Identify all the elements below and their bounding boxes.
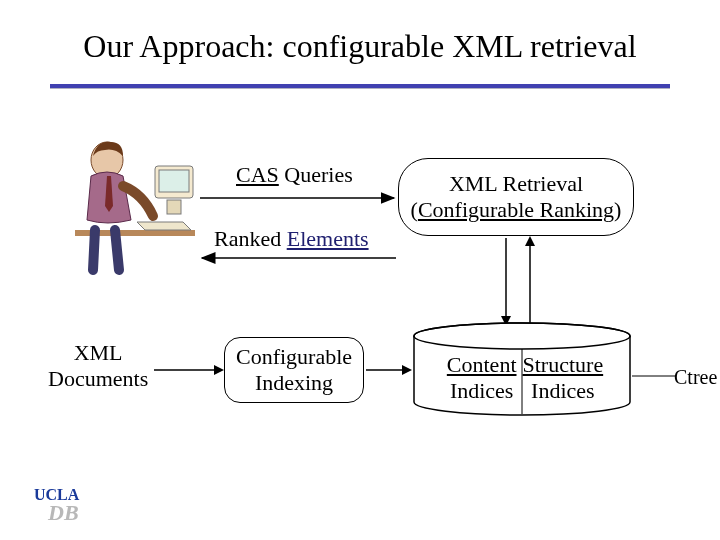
indexing-line1: Configurable [225, 344, 363, 370]
svg-rect-3 [159, 170, 189, 192]
arrow-retrieval-to-db-down [498, 236, 514, 326]
paren-close: ) [614, 197, 621, 222]
xml-docs-line2: Documents [48, 366, 148, 392]
xml-docs-line1: XML [48, 340, 148, 366]
xml-retrieval-box: XML Retrieval (Configurable Ranking) [398, 158, 634, 236]
svg-rect-4 [167, 200, 181, 214]
indices-word-right: Indices [531, 378, 595, 403]
ranked-elements-label: Ranked Elements [214, 226, 369, 252]
arrow-retrieval-to-ranked [198, 252, 398, 264]
arrow-docs-to-indexing [152, 364, 224, 376]
logo-db-text: DB [47, 500, 79, 524]
arrow-db-to-retrieval-up [522, 236, 538, 326]
database-contents: Content Indices Structure Indices [420, 352, 630, 404]
arrow-queries-to-retrieval [198, 192, 398, 204]
ucla-db-logo-icon: UCLA DB [34, 484, 104, 524]
retrieval-line2: (Configurable Ranking) [399, 197, 633, 223]
page-title: Our Approach: configurable XML retrieval [0, 28, 720, 65]
retrieval-line1: XML Retrieval [399, 171, 633, 197]
elements-word: Elements [287, 226, 369, 251]
content-indices-label: Content Indices [447, 352, 517, 404]
paren-open: ( [411, 197, 418, 222]
indices-word-left: Indices [450, 378, 514, 403]
connector-db-to-ctree [632, 372, 676, 380]
queries-word: Queries [279, 162, 353, 187]
user-at-computer-icon [65, 130, 195, 280]
cas-word: CAS [236, 162, 279, 187]
configurable-indexing-box: Configurable Indexing [224, 337, 364, 403]
title-underline [50, 84, 670, 89]
indexing-line2: Indexing [225, 370, 363, 396]
xml-documents-label: XML Documents [48, 340, 148, 392]
structure-word: Structure [523, 352, 604, 377]
structure-indices-label: Structure Indices [523, 352, 604, 404]
configurable-ranking-phrase: Configurable Ranking [418, 197, 614, 222]
cas-queries-label: CAS Queries [236, 162, 353, 188]
content-word: Content [447, 352, 517, 377]
ctree-label: Ctree [674, 366, 717, 389]
ranked-word: Ranked [214, 226, 287, 251]
arrow-indexing-to-db [364, 364, 412, 376]
